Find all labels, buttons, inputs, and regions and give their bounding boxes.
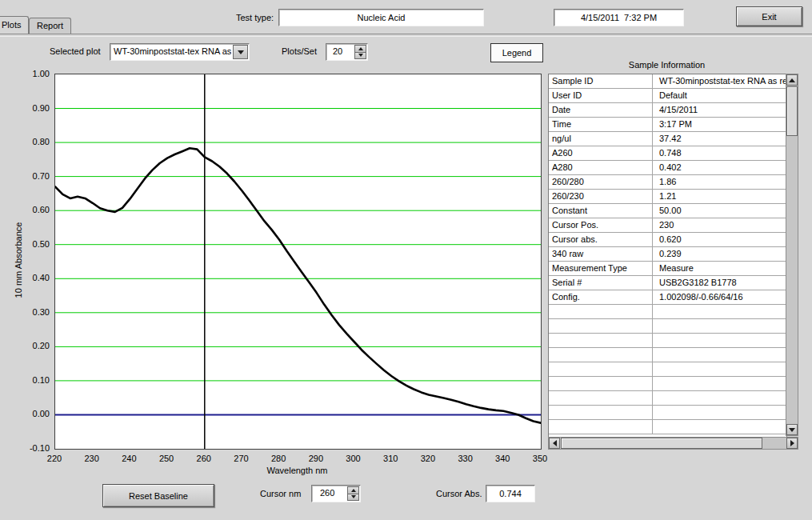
spin-up-icon[interactable] — [347, 486, 359, 494]
sample-info-field-value: 0.402 — [653, 161, 786, 174]
x-tick-label: 280 — [267, 454, 290, 463]
scroll-right-icon[interactable] — [786, 438, 798, 449]
selected-plot-value: WT-30minpoststat-tex RNA as — [114, 46, 231, 56]
sample-info-vscrollbar[interactable] — [786, 74, 798, 436]
scroll-left-icon[interactable] — [549, 438, 560, 449]
datetime-field: 4/15/2011 7:32 PM — [554, 9, 684, 26]
y-tick-label: 0.80 — [19, 137, 50, 146]
sample-info-row[interactable]: Config.1.002098/-0.66/64/16 — [549, 290, 786, 305]
sample-info-field-label: Constant — [549, 204, 653, 218]
exit-button[interactable]: Exit — [736, 6, 802, 26]
y-tick-label: 0.20 — [19, 341, 50, 350]
sample-info-field-label — [549, 377, 653, 390]
sample-info-field-value: 230 — [653, 218, 786, 232]
sample-info-row[interactable]: User IDDefault — [549, 89, 786, 103]
sample-info-field-value — [653, 406, 786, 419]
sample-info-field-value: 4/15/2011 — [653, 103, 786, 117]
sample-info-row[interactable]: Date4/15/2011 — [549, 103, 786, 118]
sample-info-empty-row — [549, 420, 786, 434]
cursor-nm-value: 260 — [320, 488, 334, 498]
x-tick-label: 300 — [342, 454, 365, 463]
x-tick-label: 350 — [529, 454, 551, 463]
cursor-nm-stepper[interactable]: 260 — [311, 485, 361, 502]
test-type-label: Test type: — [236, 13, 274, 22]
tab-plots[interactable]: Plots — [0, 16, 29, 34]
sample-info-row[interactable]: Measurement TypeMeasure — [549, 262, 786, 276]
sample-info-empty-row — [549, 362, 786, 377]
sample-info-field-label — [549, 319, 653, 333]
sample-info-row[interactable]: 260/2801.86 — [549, 175, 786, 190]
sample-info-field-label — [549, 348, 653, 362]
plots-per-set-stepper[interactable]: 20 — [326, 43, 368, 61]
sample-info-row[interactable]: ng/ul37.42 — [549, 132, 786, 146]
spectrum-plot[interactable] — [54, 74, 542, 450]
reset-baseline-button[interactable]: Reset Baseline — [102, 484, 214, 507]
plots-per-set-value: 20 — [333, 46, 342, 56]
sample-info-field-label — [549, 420, 653, 434]
cursor-abs-field: 0.744 — [486, 485, 535, 502]
sample-info-field-value: 3:17 PM — [653, 118, 786, 131]
vscroll-thumb[interactable] — [786, 86, 798, 136]
sample-info-field-label: Config. — [549, 290, 653, 304]
sample-info-field-value — [653, 305, 786, 318]
sample-info-field-value: 1.002098/-0.66/64/16 — [653, 290, 786, 304]
exit-button-label: Exit — [762, 12, 776, 22]
y-tick-label: 1.00 — [19, 69, 50, 78]
x-tick-label: 330 — [454, 454, 477, 463]
sample-info-field-label: Time — [549, 118, 653, 131]
sample-info-field-value: 1.86 — [653, 175, 786, 189]
y-tick-label: 0.10 — [19, 375, 50, 385]
scroll-down-icon[interactable] — [786, 424, 798, 435]
sample-info-field-label: Measurement Type — [549, 262, 653, 275]
sample-info-field-label: 260/230 — [549, 190, 653, 203]
y-tick-label: -0.10 — [19, 443, 50, 453]
sample-info-hscrollbar[interactable] — [548, 437, 798, 450]
sample-info-title: Sample Information — [548, 60, 786, 70]
sample-info-row[interactable]: Time3:17 PM — [549, 118, 786, 132]
sample-info-row[interactable]: Sample IDWT-30minpoststat-tex RNA as rec — [549, 74, 786, 89]
hscroll-thumb[interactable] — [561, 438, 762, 449]
sample-info-field-label: A260 — [549, 146, 653, 160]
selected-plot-dropdown[interactable]: WT-30minpoststat-tex RNA as — [110, 43, 250, 61]
x-axis-title: Wavelength nm — [54, 466, 540, 475]
sample-info-field-value: 0.620 — [653, 233, 786, 246]
sample-info-empty-row — [549, 348, 786, 362]
y-tick-label: 0.90 — [19, 103, 50, 113]
tab-report[interactable]: Report — [29, 18, 71, 34]
sample-info-row[interactable]: A2600.748 — [549, 146, 786, 161]
sample-info-row[interactable]: Constant50.00 — [549, 204, 786, 218]
legend-button-label: Legend — [502, 48, 532, 58]
sample-info-row[interactable]: 260/2301.21 — [549, 190, 786, 204]
sample-info-field-label: 260/280 — [549, 175, 653, 189]
sample-info-row[interactable]: Cursor Pos.230 — [549, 218, 786, 233]
sample-info-field-value: 50.00 — [653, 204, 786, 218]
sample-info-row[interactable]: Cursor abs.0.620 — [549, 233, 786, 247]
y-tick-label: 0.70 — [19, 171, 50, 181]
x-tick-label: 230 — [81, 454, 103, 463]
spin-down-icon[interactable] — [354, 53, 366, 60]
sample-info-field-value — [653, 362, 786, 376]
spin-down-icon[interactable] — [347, 494, 359, 502]
sample-info-field-label — [549, 406, 653, 419]
legend-button[interactable]: Legend — [490, 43, 543, 62]
sample-info-field-value: 37.42 — [653, 132, 786, 146]
spin-up-icon[interactable] — [354, 45, 366, 53]
sample-info-field-label: Sample ID — [549, 74, 653, 88]
test-type-value: Nucleic Acid — [358, 13, 406, 22]
sample-info-field-label: ng/ul — [549, 132, 653, 146]
sample-info-row[interactable]: A2800.402 — [549, 161, 786, 175]
reset-baseline-label: Reset Baseline — [129, 491, 188, 501]
sample-info-empty-row — [549, 305, 786, 319]
sample-info-row[interactable]: 340 raw0.239 — [549, 247, 786, 262]
sample-info-field-value: USB2G3182 B1778 — [653, 276, 786, 290]
test-type-field[interactable]: Nucleic Acid — [278, 9, 484, 26]
sample-info-row[interactable]: Serial #USB2G3182 B1778 — [549, 276, 786, 290]
x-tick-label: 260 — [193, 454, 215, 463]
scroll-up-icon[interactable] — [786, 74, 798, 86]
sample-info-field-label: User ID — [549, 89, 653, 102]
sample-info-empty-row — [549, 391, 786, 406]
sample-info-field-value: 1.21 — [653, 190, 786, 203]
chevron-down-icon[interactable] — [233, 45, 248, 59]
sample-info-field-label — [549, 334, 653, 347]
x-tick-label: 320 — [417, 454, 439, 463]
